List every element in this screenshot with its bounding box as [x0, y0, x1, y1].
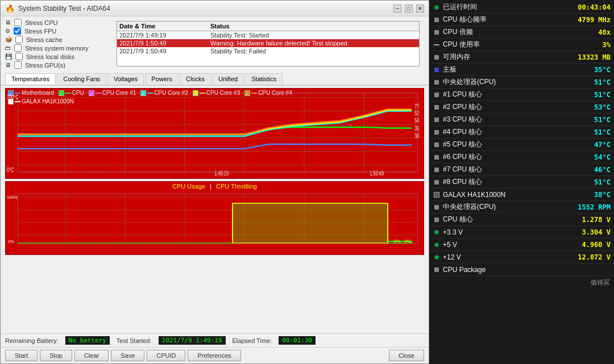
stat-value: 13323 MB: [578, 53, 611, 61]
svg-text:38: 38: [414, 132, 419, 139]
tab-temperatures[interactable]: Temperatures: [5, 73, 56, 85]
stat-value: 3%: [603, 41, 611, 49]
svg-text:52: 52: [414, 110, 419, 117]
stat-value: 12.072 V: [578, 253, 611, 261]
circle-green-icon: [433, 253, 441, 261]
tab-bar: Temperatures Cooling Fans Voltages Power…: [1, 73, 429, 86]
square-gray-icon: [433, 116, 441, 124]
stat-name: CPU 倍频: [443, 27, 598, 37]
stat-value: 51°C: [594, 91, 611, 99]
cpuid-button[interactable]: CPUID: [147, 350, 185, 361]
stat-value: 51°C: [594, 178, 611, 186]
stress-gpu-checkbox[interactable]: [14, 61, 22, 69]
svg-text:0%: 0%: [404, 239, 411, 244]
clear-button[interactable]: Clear: [74, 350, 109, 361]
stat-name: +5 V: [443, 241, 582, 249]
svg-text:2%: 2%: [394, 239, 401, 244]
stat-name: 已运行时间: [443, 2, 578, 12]
stress-gpu-label: Stress GPU(s): [25, 62, 65, 69]
window-title: System Stability Test - AIDA64: [18, 5, 390, 12]
close-button[interactable]: Close: [389, 350, 424, 361]
test-started-value: 2021/7/9 1:49:19: [159, 336, 226, 345]
start-button[interactable]: Start: [5, 350, 38, 361]
tab-cooling-fans[interactable]: Cooling Fans: [57, 73, 106, 85]
stat-name: +3.3 V: [443, 228, 582, 236]
battery-value: No battery: [65, 336, 110, 345]
log-row-3: 2021/7/9 1:50:49 Stability Test: Failed: [117, 47, 419, 55]
divider: |: [210, 183, 211, 190]
stat-value: 35°C: [594, 66, 611, 74]
stat-value: 54°C: [594, 153, 611, 161]
circle-green-icon: [433, 241, 441, 249]
stat-row: +12 V12.072 V: [429, 251, 614, 263]
svg-marker-33: [233, 203, 388, 243]
stats-panel: 已运行时间00:43:04CPU 核心频率4799 MHzCPU 倍频48xCP…: [429, 0, 614, 364]
stat-row: #7 CPU 核心46°C: [429, 164, 614, 176]
square-gray-icon: [433, 178, 441, 186]
square-gray-icon: [433, 203, 441, 211]
stat-value: 3.304 V: [582, 228, 611, 236]
tab-voltages[interactable]: Voltages: [107, 73, 144, 85]
stress-memory-label: Stress system memory: [25, 45, 89, 52]
test-started-label: Test Started:: [117, 337, 152, 344]
stop-button[interactable]: Stop: [40, 350, 72, 361]
square-gray-icon: [433, 91, 441, 99]
stat-name: #7 CPU 核心: [443, 165, 594, 174]
square-gray-icon: [433, 141, 441, 149]
close-window-button[interactable]: ✕: [416, 5, 424, 12]
temperature-chart: Motherboard CPU CPU Core #1 CPU Core #2: [5, 88, 424, 179]
stress-cpu-checkbox[interactable]: [14, 19, 22, 26]
stat-row: #2 CPU 核心53°C: [429, 101, 614, 114]
square-gray-icon: [433, 216, 441, 224]
stat-row: CPU 使用率3%: [429, 39, 614, 51]
svg-text:1:49:19: 1:49:19: [215, 170, 229, 177]
stat-row: +3.3 V3.304 V: [429, 226, 614, 239]
stat-name: #1 CPU 核心: [443, 90, 594, 99]
svg-text:100°C: 100°C: [7, 93, 19, 101]
app-icon: 🔥: [5, 4, 15, 13]
tab-statistics[interactable]: Statistics: [245, 73, 283, 85]
stress-disks-checkbox[interactable]: [15, 53, 23, 60]
stat-row: #3 CPU 核心51°C: [429, 114, 614, 126]
cpu-throttling-label: CPU Throttling: [216, 183, 257, 190]
stat-row: CPU Package: [429, 263, 614, 276]
square-small-icon: [433, 191, 441, 199]
tab-powers[interactable]: Powers: [145, 73, 179, 85]
stress-memory-checkbox[interactable]: [14, 44, 22, 52]
save-button[interactable]: Save: [111, 350, 144, 361]
battery-label: Remaining Battery:: [5, 337, 59, 344]
square-gray-icon: [433, 53, 441, 61]
stress-fpu-item: ⚙ Stress FPU: [5, 27, 107, 35]
disk-icon: 💾: [5, 53, 12, 60]
log-row-2: 2021/7/9 1:50:49 Warning: Hardware failu…: [117, 39, 419, 47]
stress-cache-label: Stress cache: [26, 36, 63, 43]
stat-name: +12 V: [443, 253, 578, 261]
log-row-2-datetime: 2021/7/9 1:50:49: [119, 40, 210, 47]
log-row-3-status: Stability Test: Failed: [210, 48, 417, 55]
preferences-button[interactable]: Preferences: [188, 350, 240, 361]
svg-text:0°C: 0°C: [7, 166, 14, 173]
stat-value: 1.278 V: [582, 216, 611, 224]
stat-name: CPU Package: [443, 266, 611, 274]
stress-fpu-checkbox[interactable]: [14, 27, 21, 35]
log-col-datetime: Date & Time: [119, 23, 210, 30]
stat-name: CPU 核心: [443, 215, 582, 224]
stat-name: #8 CPU 核心: [443, 177, 594, 187]
usage-chart-svg: 100% 0% 2% 0%: [6, 191, 424, 248]
stress-cache-checkbox[interactable]: [15, 36, 23, 43]
tab-clocks[interactable]: Clocks: [180, 73, 211, 85]
elapsed-value: 00:01:30: [279, 336, 316, 345]
minimize-button[interactable]: ─: [393, 5, 401, 12]
stat-row: +5 V4.960 V: [429, 239, 614, 251]
stat-name: 中央处理器(CPU): [443, 77, 594, 87]
stat-row: #6 CPU 核心54°C: [429, 151, 614, 164]
svg-text:1:50:49: 1:50:49: [370, 170, 383, 177]
square-gray-icon: [433, 128, 441, 136]
maximize-button[interactable]: □: [405, 5, 413, 12]
stat-name: #3 CPU 核心: [443, 115, 594, 124]
stat-name: 中央处理器(CPU): [443, 202, 578, 212]
stat-row: CPU 核心频率4799 MHz: [429, 14, 614, 26]
tab-unified[interactable]: Unified: [212, 73, 244, 85]
stat-value: 48x: [598, 28, 611, 36]
dash-icon: [433, 41, 441, 49]
